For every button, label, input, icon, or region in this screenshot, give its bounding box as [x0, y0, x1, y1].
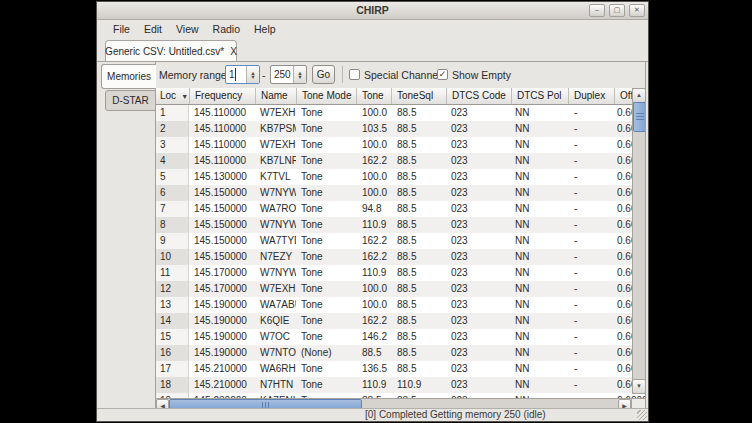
cell-loc[interactable]: 18 [156, 377, 189, 393]
cell-tone[interactable]: 162.2 [356, 233, 391, 249]
table-row[interactable]: 14145.190000K6QIETone162.288.5023NN-0.60… [156, 313, 645, 329]
cell-frequency[interactable]: 145.150000 [189, 185, 255, 201]
cell-loc[interactable]: 13 [156, 297, 189, 313]
minimize-button[interactable]: – [589, 4, 605, 17]
cell-frequency[interactable]: 145.110000 [189, 105, 255, 121]
cell-tonesql[interactable]: 88.5 [391, 201, 446, 217]
cell-duplex[interactable]: - [568, 297, 614, 313]
cell-frequency[interactable]: 145.190000 [189, 297, 255, 313]
cell-frequency[interactable]: 145.170000 [189, 265, 255, 281]
cell-tonesql[interactable]: 88.5 [391, 233, 446, 249]
cell-dtcs-code[interactable]: 023 [446, 137, 511, 153]
cell-duplex[interactable]: - [568, 377, 614, 393]
table-row[interactable]: 11145.170000W7NYWTone110.988.5023NN-0.60… [156, 265, 645, 281]
cell-duplex[interactable]: - [568, 233, 614, 249]
cell-duplex[interactable]: - [568, 329, 614, 345]
cell-duplex[interactable]: - [568, 281, 614, 297]
cell-tonesql[interactable]: 88.5 [391, 153, 446, 169]
cell-dtcs-pol[interactable]: NN [511, 105, 568, 121]
cell-loc[interactable]: 12 [156, 281, 189, 297]
cell-tone-mode[interactable]: Tone [296, 201, 356, 217]
cell-loc[interactable]: 15 [156, 329, 189, 345]
cell-tone[interactable]: 100.0 [356, 185, 391, 201]
cell-tone-mode[interactable]: Tone [296, 377, 356, 393]
tab-memories[interactable]: Memories [101, 64, 156, 89]
cell-tonesql[interactable]: 88.5 [391, 297, 446, 313]
titlebar[interactable]: CHIRP – ▢ ✕ [97, 2, 648, 20]
cell-frequency[interactable]: 145.150000 [189, 217, 255, 233]
cell-name[interactable]: W7NTO [255, 345, 296, 361]
cell-dtcs-pol[interactable]: NN [511, 121, 568, 137]
cell-frequency[interactable]: 145.210000 [189, 361, 255, 377]
table-row[interactable]: 10145.150000N7EZYTone162.288.5023NN-0.60… [156, 249, 645, 265]
column-header-duplex[interactable]: Duplex [568, 88, 614, 104]
cell-tone[interactable]: 100.0 [356, 137, 391, 153]
cell-loc[interactable]: 14 [156, 313, 189, 329]
cell-loc[interactable]: 8 [156, 217, 189, 233]
cell-tonesql[interactable]: 88.5 [391, 185, 446, 201]
cell-tone[interactable]: 100.0 [356, 105, 391, 121]
column-header-loc[interactable]: Loc▼ [156, 88, 189, 104]
cell-frequency[interactable]: 145.150000 [189, 233, 255, 249]
cell-loc[interactable]: 16 [156, 345, 189, 361]
column-header-tone-mode[interactable]: Tone Mode [296, 88, 356, 104]
cell-name[interactable]: W7OC [255, 329, 296, 345]
cell-dtcs-pol[interactable]: NN [511, 329, 568, 345]
cell-tone-mode[interactable]: Tone [296, 169, 356, 185]
cell-tone-mode[interactable]: Tone [296, 281, 356, 297]
cell-tone[interactable]: 94.8 [356, 201, 391, 217]
cell-duplex[interactable]: - [568, 185, 614, 201]
cell-dtcs-code[interactable]: 023 [446, 297, 511, 313]
special-channels-checkbox[interactable]: ✓ [349, 69, 360, 80]
cell-tonesql[interactable]: 110.9 [391, 377, 446, 393]
cell-loc[interactable]: 5 [156, 169, 189, 185]
cell-name[interactable]: KB7PSM [255, 121, 296, 137]
cell-frequency[interactable]: 145.150000 [189, 201, 255, 217]
cell-name[interactable]: W7NYW [255, 185, 296, 201]
cell-tone[interactable]: 162.2 [356, 249, 391, 265]
cell-dtcs-code[interactable]: 023 [446, 105, 511, 121]
cell-tonesql[interactable]: 88.5 [391, 121, 446, 137]
cell-name[interactable]: N7EZY [255, 249, 296, 265]
cell-dtcs-code[interactable]: 023 [446, 201, 511, 217]
cell-tone[interactable]: 110.9 [356, 217, 391, 233]
cell-duplex[interactable]: - [568, 249, 614, 265]
table-row[interactable]: 2145.110000KB7PSMTone103.588.5023NN-0.60… [156, 121, 645, 137]
cell-tone-mode[interactable]: Tone [296, 313, 356, 329]
cell-loc[interactable]: 7 [156, 201, 189, 217]
table-row[interactable]: 15145.190000W7OCTone146.288.5023NN-0.600… [156, 329, 645, 345]
cell-dtcs-code[interactable]: 023 [446, 377, 511, 393]
cell-tone-mode[interactable]: Tone [296, 105, 356, 121]
cell-name[interactable]: K7TVL [255, 169, 296, 185]
cell-tone-mode[interactable]: Tone [296, 249, 356, 265]
cell-tonesql[interactable]: 88.5 [391, 361, 446, 377]
cell-dtcs-code[interactable]: 023 [446, 249, 511, 265]
table-row[interactable]: 16145.190000W7NTO(None)88.588.5023NN-0.6… [156, 345, 645, 361]
cell-tone-mode[interactable]: (None) [296, 345, 356, 361]
cell-duplex[interactable]: - [568, 361, 614, 377]
cell-dtcs-pol[interactable]: NN [511, 201, 568, 217]
cell-tonesql[interactable]: 88.5 [391, 329, 446, 345]
cell-name[interactable]: W7EXH [255, 281, 296, 297]
cell-frequency[interactable]: 145.110000 [189, 137, 255, 153]
table-row[interactable]: 13145.190000WA7ABUTone100.088.5023NN-0.6… [156, 297, 645, 313]
cell-tone[interactable]: 88.5 [356, 345, 391, 361]
cell-name[interactable]: WA6RHK [255, 361, 296, 377]
cell-frequency[interactable]: 145.170000 [189, 281, 255, 297]
cell-duplex[interactable]: - [568, 345, 614, 361]
spinner-buttons[interactable]: ▲▼ [246, 66, 259, 83]
cell-tone[interactable]: 100.0 [356, 169, 391, 185]
table-row[interactable]: 1145.110000W7EXHTone100.088.5023NN-0.600… [156, 105, 645, 121]
cell-tone-mode[interactable]: Tone [296, 265, 356, 281]
cell-dtcs-code[interactable]: 023 [446, 313, 511, 329]
cell-name[interactable]: K6QIE [255, 313, 296, 329]
column-header-name[interactable]: Name [255, 88, 296, 104]
cell-tonesql[interactable]: 88.5 [391, 281, 446, 297]
cell-tone-mode[interactable]: Tone [296, 361, 356, 377]
menu-radio[interactable]: Radio [206, 20, 247, 38]
cell-tone-mode[interactable]: Tone [296, 233, 356, 249]
cell-loc[interactable]: 2 [156, 121, 189, 137]
cell-dtcs-pol[interactable]: NN [511, 233, 568, 249]
cell-frequency[interactable]: 145.110000 [189, 153, 255, 169]
cell-dtcs-pol[interactable]: NN [511, 361, 568, 377]
